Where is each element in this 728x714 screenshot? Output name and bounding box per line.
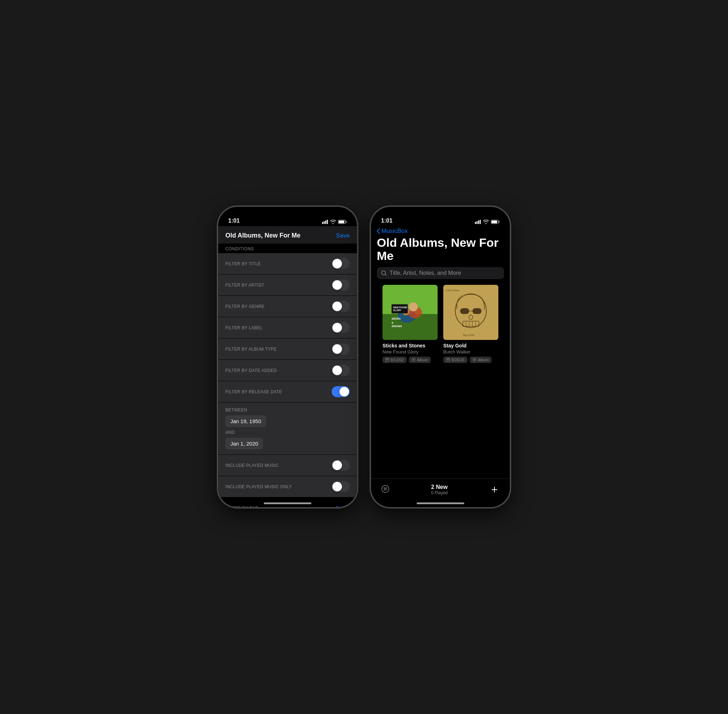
albums-grid: NEW FOUND GLORY sticks & stones Sticks a… — [377, 285, 504, 363]
svg-rect-8 — [477, 221, 478, 224]
album-type-icon-sg — [472, 358, 476, 362]
album-artist-sg: Butch Walker — [443, 349, 498, 354]
list-content: MusicBox Old Albums, New For Me Title, A… — [371, 226, 510, 507]
search-placeholder: Title, Artist, Notes, and More — [389, 270, 461, 276]
svg-rect-50 — [447, 358, 448, 359]
album-date-sg: 8/26/16 — [451, 358, 464, 362]
album-name-sg: Stay Gold — [443, 343, 498, 348]
svg-rect-7 — [475, 222, 476, 224]
svg-point-33 — [413, 359, 414, 360]
calendar-icon-sg — [446, 358, 450, 362]
filter-by-release-date-toggle[interactable] — [332, 386, 350, 397]
svg-text:- I Am Failure -: - I Am Failure - — [445, 289, 461, 292]
reset-button[interactable]: Reset — [336, 505, 350, 507]
bottom-stats: 2 New 0 Played — [431, 484, 448, 495]
svg-point-20 — [409, 302, 418, 312]
include-played-label: INCLUDE PLAYED MUSIC — [225, 463, 279, 468]
svg-text:&: & — [392, 321, 394, 324]
list-icon — [381, 484, 389, 493]
filter-by-title-toggle[interactable] — [332, 258, 350, 269]
filter-by-title-row: FILTER BY TITLE — [218, 253, 357, 274]
filter-by-date-added-row: FILTER BY DATE ADDED — [218, 360, 357, 381]
new-count: 2 New — [431, 484, 448, 490]
filter-by-title-label: FILTER BY TITLE — [225, 261, 261, 266]
svg-rect-28 — [386, 358, 389, 361]
battery-icon — [338, 220, 347, 224]
album-type-icon-sas — [412, 358, 415, 362]
save-button[interactable]: Save — [336, 232, 350, 239]
search-icon — [381, 270, 387, 276]
svg-rect-9 — [478, 220, 479, 224]
svg-rect-39 — [472, 308, 482, 314]
svg-text:stones: stones — [392, 324, 402, 328]
include-played-only-toggle[interactable] — [332, 481, 350, 492]
filter-by-release-date-row: FILTER BY RELEASE DATE — [218, 381, 357, 402]
settings-header: Old Albums, New For Me Save — [218, 226, 357, 244]
svg-rect-0 — [322, 222, 323, 224]
settings-scroll: Old Albums, New For Me Save CONDITIONS F… — [218, 226, 357, 507]
album-tag-date-sas: 6/11/02 — [382, 357, 407, 363]
filter-by-genre-row: FILTER BY GENRE — [218, 296, 357, 317]
filter-by-label-label: FILTER BY LABEL — [225, 326, 263, 330]
svg-rect-2 — [325, 220, 326, 224]
calendar-icon-sas — [385, 358, 389, 362]
wifi-icon-right — [483, 220, 489, 224]
back-button[interactable]: MusicBox — [377, 228, 504, 235]
filter-by-label-row: FILTER BY LABEL — [218, 317, 357, 338]
add-icon — [491, 486, 498, 493]
album-tags-sg: 8/26/16 Album — [443, 357, 498, 363]
add-button[interactable] — [489, 484, 500, 495]
back-chevron-icon — [377, 228, 380, 234]
album-art-sticks-and-stones: NEW FOUND GLORY sticks & stones — [382, 285, 437, 340]
svg-text:GLORY: GLORY — [393, 309, 401, 312]
filter-by-artist-row: FILTER BY ARTIST — [218, 274, 357, 296]
svg-text:NEW FOUND: NEW FOUND — [393, 306, 407, 308]
conditions-section-label: CONDITIONS — [218, 244, 357, 253]
filter-by-genre-toggle[interactable] — [332, 301, 350, 312]
back-label: MusicBox — [381, 228, 408, 235]
svg-rect-5 — [339, 221, 345, 223]
status-time-left: 1:01 — [228, 218, 240, 224]
album-tag-date-sg: 8/26/16 — [443, 357, 467, 363]
album-date-sas: 6/11/02 — [391, 358, 404, 362]
left-phone: 1:01 — [218, 207, 357, 507]
svg-rect-1 — [324, 221, 325, 224]
list-title: Old Albums, New For Me — [377, 236, 504, 263]
filter-tag-title: FILTER BY TAG — [225, 506, 258, 507]
filter-by-date-added-label: FILTER BY DATE ADDED — [225, 368, 277, 373]
album-name-sas: Sticks and Stones — [382, 343, 437, 348]
list-header: MusicBox Old Albums, New For Me Title, A… — [371, 226, 510, 367]
include-played-toggle[interactable] — [332, 460, 350, 471]
album-item-stay-gold[interactable]: - I Am Failure - — [443, 285, 498, 363]
signal-icon-right — [475, 220, 481, 224]
search-bar[interactable]: Title, Artist, Notes, and More — [377, 267, 504, 279]
date-end-field[interactable]: Jan 1, 2020 — [225, 438, 263, 450]
filter-by-artist-label: FILTER BY ARTIST — [225, 283, 264, 288]
status-icons-left — [322, 220, 347, 224]
album-tag-type-sas: Album — [409, 357, 431, 363]
include-played-only-label: INCLUDE PLAYED MUSIC ONLY — [225, 484, 292, 489]
album-art-stay-gold: - I Am Failure - — [443, 285, 498, 340]
filter-by-date-added-toggle[interactable] — [332, 365, 350, 376]
album-tags-sas: 6/11/02 Album — [382, 357, 437, 363]
svg-rect-48 — [446, 358, 450, 361]
svg-rect-30 — [386, 358, 387, 359]
date-start-field[interactable]: Jan 19, 1950 — [225, 416, 266, 427]
filter-by-label-toggle[interactable] — [332, 322, 350, 333]
svg-rect-51 — [449, 358, 449, 359]
svg-rect-12 — [491, 221, 497, 223]
filter-by-album-type-toggle[interactable] — [332, 344, 350, 354]
album-item-sticks-and-stones[interactable]: NEW FOUND GLORY sticks & stones Sticks a… — [382, 285, 437, 363]
filter-by-artist-toggle[interactable] — [332, 279, 350, 291]
filter-by-album-type-label: FILTER BY ALBUM TYPE — [225, 347, 277, 352]
svg-rect-3 — [327, 220, 328, 224]
played-count: 0 Played — [431, 490, 448, 495]
album-tag-type-sg: Album — [470, 357, 491, 363]
svg-text:sticks: sticks — [392, 317, 401, 320]
svg-text:Stay Gold: Stay Gold — [463, 333, 475, 337]
sas-art-svg: NEW FOUND GLORY sticks & stones — [382, 285, 437, 340]
status-icons-right — [475, 220, 500, 224]
list-icon-button[interactable] — [381, 484, 389, 495]
dynamic-island-right — [419, 211, 462, 223]
status-time-right: 1:01 — [381, 218, 392, 224]
